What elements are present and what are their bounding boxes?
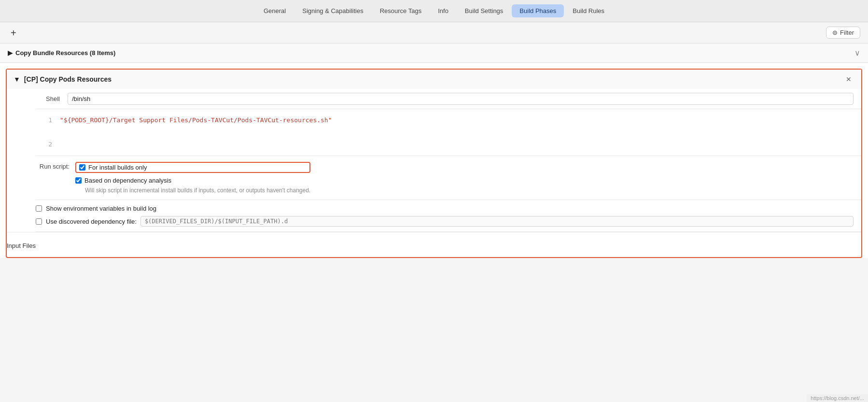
copy-bundle-label: Copy Bundle Resources (8 Items) — [15, 49, 115, 57]
code-line-2 — [60, 127, 854, 138]
input-files-section: Input Files — [7, 232, 861, 257]
script-body: Shell 1 2 "${PODS_ROOT}/Target Support F… — [7, 89, 861, 232]
option-rows: Show environment variables in build log … — [36, 200, 861, 232]
content-area: ▶ Copy Bundle Resources (8 Items) ∨ ▼ [C… — [0, 43, 868, 258]
show-env-vars-checkbox[interactable] — [36, 205, 42, 212]
dependency-note: Will skip script in incremental install … — [85, 187, 310, 194]
tab-build-settings[interactable]: Build Settings — [457, 4, 511, 17]
cp-section-title-row: ▼ [CP] Copy Pods Resources — [14, 75, 112, 83]
toolbar-right: ⊜ Filter — [826, 27, 860, 39]
filter-button[interactable]: ⊜ Filter — [826, 27, 860, 39]
toolbar-left: + — [8, 27, 19, 39]
tab-build-phases[interactable]: Build Phases — [512, 4, 564, 17]
run-script-row: Run script: For install builds only Base… — [36, 162, 854, 194]
filter-label: Filter — [840, 29, 854, 36]
tab-build-rules[interactable]: Build Rules — [565, 4, 612, 17]
dep-file-input[interactable] — [140, 216, 854, 227]
for-install-checkbox[interactable] — [79, 164, 85, 171]
tab-resource-tags[interactable]: Resource Tags — [372, 4, 429, 17]
use-dep-file-label: Use discovered dependency file: — [46, 218, 137, 225]
collapse-icon: ∨ — [854, 48, 860, 57]
show-env-vars-label: Show environment variables in build log — [46, 205, 156, 212]
chevron-right-icon: ▶ — [8, 49, 13, 57]
tab-general[interactable]: General — [256, 4, 294, 17]
chevron-down-icon: ▼ — [14, 75, 20, 83]
code-editor: 1 2 "${PODS_ROOT}/Target Support Files/P… — [36, 109, 861, 156]
based-on-dependency-checkbox[interactable] — [75, 177, 82, 184]
shell-label: Shell — [36, 95, 60, 102]
filter-icon: ⊜ — [832, 29, 838, 36]
tab-signing[interactable]: Signing & Capabilities — [294, 4, 371, 17]
tab-bar: General Signing & Capabilities Resource … — [0, 0, 868, 22]
add-button[interactable]: + — [8, 27, 19, 39]
for-install-label: For install builds only — [88, 164, 147, 171]
shell-input[interactable] — [68, 93, 854, 105]
input-files-header: Input Files — [7, 238, 854, 251]
checkboxes-col: For install builds only Based on depende… — [75, 162, 310, 194]
show-env-vars-row: Show environment variables in build log — [36, 205, 854, 212]
shell-row: Shell — [36, 89, 861, 109]
use-dep-file-row: Use discovered dependency file: — [36, 216, 854, 227]
toolbar: + ⊜ Filter — [0, 22, 868, 43]
line-numbers: 1 2 — [36, 115, 60, 150]
line-number-1: 1 — [36, 115, 52, 126]
based-on-dependency-label: Based on dependency analysis — [84, 177, 171, 184]
line-number-2: 2 — [36, 139, 52, 150]
cp-section-header[interactable]: ▼ [CP] Copy Pods Resources ✕ — [7, 70, 861, 89]
run-script-label: Run script: — [36, 162, 70, 170]
cp-section: ▼ [CP] Copy Pods Resources ✕ Shell 1 2 "… — [6, 69, 862, 258]
code-line-1: "${PODS_ROOT}/Target Support Files/Pods-… — [60, 115, 854, 127]
run-script-section: Run script: For install builds only Base… — [36, 156, 861, 200]
based-on-dependency-checkbox-row: Based on dependency analysis — [75, 177, 310, 184]
cp-section-title: [CP] Copy Pods Resources — [24, 75, 112, 83]
use-dep-file-checkbox[interactable] — [36, 218, 42, 225]
copy-bundle-title: ▶ Copy Bundle Resources (8 Items) — [8, 49, 115, 57]
copy-bundle-section-header[interactable]: ▶ Copy Bundle Resources (8 Items) ∨ — [0, 43, 868, 63]
tab-info[interactable]: Info — [430, 4, 456, 17]
for-install-checkbox-row: For install builds only — [75, 162, 310, 173]
cp-section-close-button[interactable]: ✕ — [843, 74, 854, 84]
code-content[interactable]: "${PODS_ROOT}/Target Support Files/Pods-… — [60, 115, 861, 150]
